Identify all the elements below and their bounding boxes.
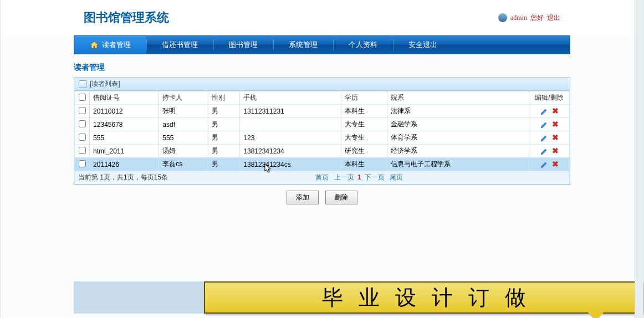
edit-icon[interactable] — [540, 161, 548, 168]
pager-current: 1 — [357, 173, 361, 181]
panel-title: [读者列表] — [90, 79, 120, 89]
cell-edu: 研究生 — [341, 145, 387, 158]
content-area: 读者管理 [读者列表] 借阅证号 持卡人 性别 手机 学历 院系 编辑/删除 2… — [74, 63, 570, 204]
delete-icon[interactable]: ✖ — [552, 120, 559, 129]
cell-ops: ✖ — [529, 105, 569, 118]
cell-phone: 123 — [240, 131, 341, 145]
add-button[interactable]: 添加 — [287, 191, 319, 204]
col-holder: 持卡人 — [159, 91, 208, 105]
row-checkbox[interactable] — [79, 147, 86, 154]
reader-list-panel: [读者列表] 借阅证号 持卡人 性别 手机 学历 院系 编辑/删除 201100… — [74, 77, 570, 185]
row-checkbox[interactable] — [79, 107, 86, 114]
pager-first[interactable]: 首页 — [315, 173, 329, 181]
nav-label: 读者管理 — [102, 40, 131, 50]
cell-ops: ✖ — [529, 158, 569, 171]
panel-header: [读者列表] — [74, 78, 570, 91]
col-phone: 手机 — [240, 91, 341, 105]
nav-profile[interactable]: 个人资料 — [333, 36, 393, 54]
edit-icon[interactable] — [540, 107, 548, 115]
cell-dept: 法律系 — [387, 105, 529, 118]
home-icon — [90, 41, 99, 49]
pager-info: 当前第 1页，共1页，每页15条 — [78, 173, 168, 181]
cell-edu: 本科生 — [341, 158, 387, 171]
edit-icon[interactable] — [540, 134, 548, 142]
col-gender: 性别 — [208, 91, 239, 105]
nav-book-management[interactable]: 图书管理 — [213, 36, 273, 54]
cell-gender: 男 — [208, 145, 239, 158]
pager-links: 首页 上一页 1 下一页 尾页 — [314, 173, 405, 182]
cell-card: html_2011 — [90, 145, 159, 158]
cell-ops: ✖ — [529, 131, 569, 145]
nav-borrow-return[interactable]: 借还书管理 — [146, 36, 213, 54]
user-area: admin 您好 退出 — [498, 13, 560, 23]
edit-icon[interactable] — [540, 121, 548, 129]
cell-gender: 男 — [208, 131, 239, 145]
cell-phone — [240, 118, 341, 131]
cell-phone: 13812341234cs — [240, 158, 341, 171]
cell-edu: 大专生 — [341, 131, 387, 145]
logo: 图书馆管理系统 — [84, 9, 169, 26]
row-checkbox[interactable] — [79, 134, 86, 141]
cell-gender: 男 — [208, 105, 239, 118]
nav-system-management[interactable]: 系统管理 — [273, 36, 333, 54]
col-dept: 院系 — [387, 91, 529, 105]
logout-link[interactable]: 退出 — [547, 13, 560, 23]
section-title: 读者管理 — [74, 63, 570, 73]
table-row[interactable]: 555555男123大专生体育学系✖ — [75, 131, 570, 145]
table-header-row: 借阅证号 持卡人 性别 手机 学历 院系 编辑/删除 — [75, 91, 570, 105]
cell-card: 2011426 — [90, 158, 159, 171]
cell-gender: 男 — [208, 158, 239, 171]
delete-icon[interactable]: ✖ — [552, 160, 559, 168]
greeting-text: 您好 — [530, 13, 544, 23]
nav-reader-management[interactable]: 读者管理 — [74, 36, 146, 54]
app-header: 图书馆管理系统 admin 您好 退出 — [1, 0, 643, 35]
table-row[interactable]: html_2011汤姆男13812341234研究生经济学系✖ — [75, 145, 570, 158]
nav-logout[interactable]: 安全退出 — [393, 36, 453, 54]
nav-label: 图书管理 — [229, 40, 258, 50]
nav-label: 个人资料 — [349, 40, 377, 50]
cell-dept: 信息与电子工程学系 — [387, 158, 529, 171]
col-edu: 学历 — [341, 91, 387, 105]
scrollbar[interactable] — [635, 0, 643, 318]
cell-ops: ✖ — [529, 118, 569, 131]
cell-card: 555 — [90, 131, 159, 145]
current-user-link[interactable]: admin — [510, 14, 527, 22]
cell-phone: 13112311231 — [240, 105, 341, 118]
cell-holder: 555 — [159, 131, 208, 145]
delete-button[interactable]: 删除 — [325, 191, 357, 204]
cell-phone: 13812341234 — [240, 145, 341, 158]
table-row[interactable]: 12345678asdf男大专生金融学系✖ — [75, 118, 570, 131]
delete-icon[interactable]: ✖ — [552, 106, 559, 115]
cell-dept: 体育学系 — [387, 131, 529, 145]
select-all-checkbox[interactable] — [79, 94, 86, 101]
list-icon — [79, 80, 86, 88]
col-ops: 编辑/删除 — [529, 91, 569, 105]
cell-holder: 汤姆 — [159, 145, 208, 158]
row-checkbox[interactable] — [79, 160, 86, 167]
cell-gender: 男 — [208, 118, 239, 131]
avatar-icon — [498, 13, 507, 22]
pager-last[interactable]: 尾页 — [390, 173, 403, 181]
edit-icon[interactable] — [540, 147, 548, 155]
action-buttons: 添加 删除 — [74, 191, 570, 204]
main-nav: 读者管理 借还书管理 图书管理 系统管理 个人资料 安全退出 — [74, 35, 570, 54]
cell-card: 12345678 — [90, 118, 159, 131]
delete-icon[interactable]: ✖ — [552, 133, 559, 142]
promo-banner[interactable]: 毕业设计订做 — [204, 281, 643, 314]
reader-table: 借阅证号 持卡人 性别 手机 学历 院系 编辑/删除 20110012张明男13… — [74, 91, 570, 184]
nav-label: 借还书管理 — [162, 40, 198, 50]
table-row[interactable]: 2011426李磊cs男13812341234cs本科生信息与电子工程学系✖ — [75, 158, 570, 171]
cell-dept: 经济学系 — [387, 145, 529, 158]
pager-prev[interactable]: 上一页 — [334, 173, 354, 181]
table-row[interactable]: 20110012张明男13112311231本科生法律系✖ — [75, 105, 570, 118]
footer-spacer — [74, 281, 204, 314]
cell-dept: 金融学系 — [387, 118, 529, 131]
pager-next[interactable]: 下一页 — [365, 173, 385, 181]
cell-holder: asdf — [159, 118, 208, 131]
pager-row: 当前第 1页，共1页，每页15条 首页 上一页 1 下一页 尾页 — [75, 171, 570, 184]
row-checkbox[interactable] — [79, 120, 86, 127]
cell-edu: 本科生 — [341, 105, 387, 118]
delete-icon[interactable]: ✖ — [552, 146, 559, 155]
cell-holder: 李磊cs — [159, 158, 208, 171]
cell-ops: ✖ — [529, 145, 569, 158]
